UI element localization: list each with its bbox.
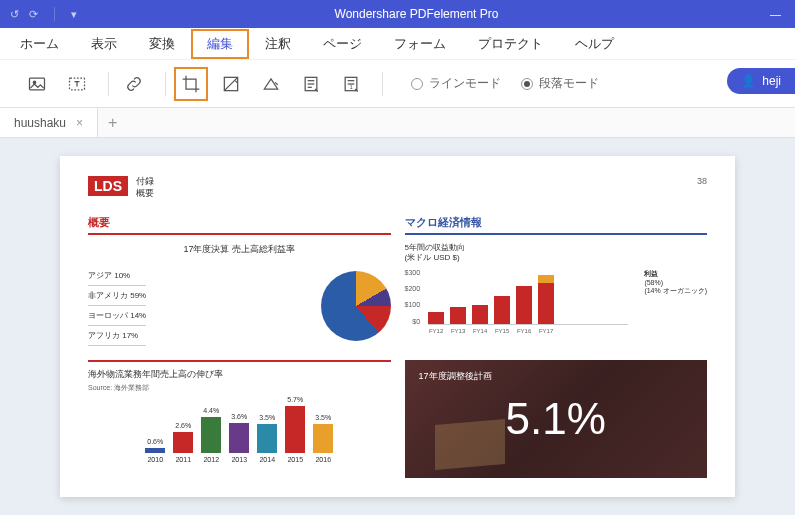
divider <box>54 7 55 21</box>
user-account-button[interactable]: 👤 heji <box>727 68 795 94</box>
overview-panel: 概要 17年度決算 売上高総利益率 アジア 10% 非アメリカ 59% ヨーロッ… <box>88 215 391 346</box>
bates-tool-icon[interactable]: 1 <box>334 67 368 101</box>
bar: FY13 <box>450 307 466 324</box>
macro-bars: FY12FY13FY14FY15FY16FY17 <box>428 269 628 325</box>
add-tab-button[interactable]: + <box>98 114 127 132</box>
radio-on-icon <box>521 78 533 90</box>
menu-edit[interactable]: 編集 <box>191 29 249 59</box>
pie-chart <box>321 271 391 341</box>
bar: 5.7%2015 <box>285 406 305 464</box>
bar: FY14 <box>472 305 488 324</box>
toolbar: 1 ラインモード 段落モード 👤 heji <box>0 60 795 108</box>
svg-rect-0 <box>30 78 45 90</box>
menu-view[interactable]: 表示 <box>75 29 133 59</box>
svg-text:1: 1 <box>349 84 352 90</box>
growth-panel: 海外物流業務年間売上高の伸び率 Source: 海外業務部 0.6%20102.… <box>88 360 391 478</box>
bar: 0.6%2010 <box>145 448 165 463</box>
menu-convert[interactable]: 変換 <box>133 29 191 59</box>
tabbar: huushaku × + <box>0 108 795 138</box>
photo-title: 17年度調整後計画 <box>419 370 492 383</box>
menu-comment[interactable]: 注釈 <box>249 29 307 59</box>
legend-item: ヨーロッパ 14% <box>88 306 146 326</box>
radio-off-icon <box>411 78 423 90</box>
menu-page[interactable]: ページ <box>307 29 378 59</box>
bar: 3.5%2016 <box>313 424 333 463</box>
overview-title: 概要 <box>88 215 391 235</box>
link-tool-icon[interactable] <box>117 67 151 101</box>
page-number: 38 <box>697 176 707 186</box>
bar: 3.5%2014 <box>257 424 277 463</box>
redo-icon[interactable]: ⟳ <box>29 8 38 21</box>
line-mode-radio[interactable]: ラインモード <box>411 75 501 92</box>
image-tool-icon[interactable] <box>20 67 54 101</box>
page-header: LDS 付録 概要 <box>88 176 707 199</box>
menu-home[interactable]: ホーム <box>4 29 75 59</box>
bar: FY17 <box>538 275 554 324</box>
paragraph-mode-radio[interactable]: 段落モード <box>521 75 599 92</box>
bar: FY12 <box>428 312 444 323</box>
lds-badge: LDS <box>88 176 128 196</box>
menubar: ホーム 表示 変換 編集 注釈 ページ フォーム プロテクト ヘルプ <box>0 28 795 60</box>
close-icon[interactable]: × <box>76 116 83 130</box>
photo-percentage: 5.1% <box>506 394 606 444</box>
text-tool-icon[interactable] <box>60 67 94 101</box>
macro-panel: マクロ経済情報 5年間の収益動向 (米ドル USD $) $300 $200 $… <box>405 215 708 346</box>
user-icon: 👤 <box>741 74 756 88</box>
separator <box>382 72 383 96</box>
legend-item: アジア 10% <box>88 266 146 286</box>
tab-label: huushaku <box>14 116 66 130</box>
titlebar: ↺ ⟳ ▾ Wondershare PDFelement Pro — <box>0 0 795 28</box>
watermark-tool-icon[interactable] <box>214 67 248 101</box>
bar: FY16 <box>516 286 532 323</box>
background-tool-icon[interactable] <box>254 67 288 101</box>
dropdown-icon[interactable]: ▾ <box>71 8 77 21</box>
header-line2: 概要 <box>136 188 154 200</box>
line-mode-label: ラインモード <box>429 75 501 92</box>
document-tab[interactable]: huushaku × <box>0 108 98 137</box>
bar: 3.6%2013 <box>229 423 249 463</box>
crop-tool-icon[interactable] <box>174 67 208 101</box>
minimize-icon[interactable]: — <box>756 8 795 20</box>
legend-item: 非アメリカ 59% <box>88 286 146 306</box>
menu-protect[interactable]: プロテクト <box>462 29 559 59</box>
bar: 4.4%2012 <box>201 417 221 464</box>
growth-source: Source: 海外業務部 <box>88 383 391 393</box>
photo-panel: 17年度調整後計画 5.1% <box>405 360 708 478</box>
app-title: Wondershare PDFelement Pro <box>77 7 756 21</box>
separator <box>165 72 166 96</box>
user-name: heji <box>762 74 781 88</box>
pie-title: 17年度決算 売上高総利益率 <box>88 243 391 256</box>
macro-title: マクロ経済情報 <box>405 215 708 235</box>
macro-y-axis: $300 $200 $100 $0 <box>405 269 421 325</box>
header-line1: 付録 <box>136 176 154 188</box>
growth-bars: 0.6%20102.6%20114.4%20123.6%20133.5%2014… <box>88 403 391 463</box>
paragraph-mode-label: 段落モード <box>539 75 599 92</box>
menu-help[interactable]: ヘルプ <box>559 29 630 59</box>
bar: 2.6%2011 <box>173 432 193 464</box>
undo-icon[interactable]: ↺ <box>10 8 19 21</box>
macro-annotation: 利益 (58%) (14% オーガニック) <box>644 269 707 325</box>
pie-legend: アジア 10% 非アメリカ 59% ヨーロッパ 14% アフリカ 17% <box>88 266 146 346</box>
header-footer-tool-icon[interactable] <box>294 67 328 101</box>
growth-title: 海外物流業務年間売上高の伸び率 <box>88 368 391 381</box>
legend-item: アフリカ 17% <box>88 326 146 346</box>
document-canvas[interactable]: LDS 付録 概要 38 概要 17年度決算 売上高総利益率 アジア 10% 非… <box>0 138 795 515</box>
menu-form[interactable]: フォーム <box>378 29 462 59</box>
edit-mode-radio-group: ラインモード 段落モード <box>411 75 599 92</box>
separator <box>108 72 109 96</box>
macro-subtitle: 5年間の収益動向 (米ドル USD $) <box>405 243 708 262</box>
bar: FY15 <box>494 296 510 324</box>
pdf-page[interactable]: LDS 付録 概要 38 概要 17年度決算 売上高総利益率 アジア 10% 非… <box>60 156 735 497</box>
